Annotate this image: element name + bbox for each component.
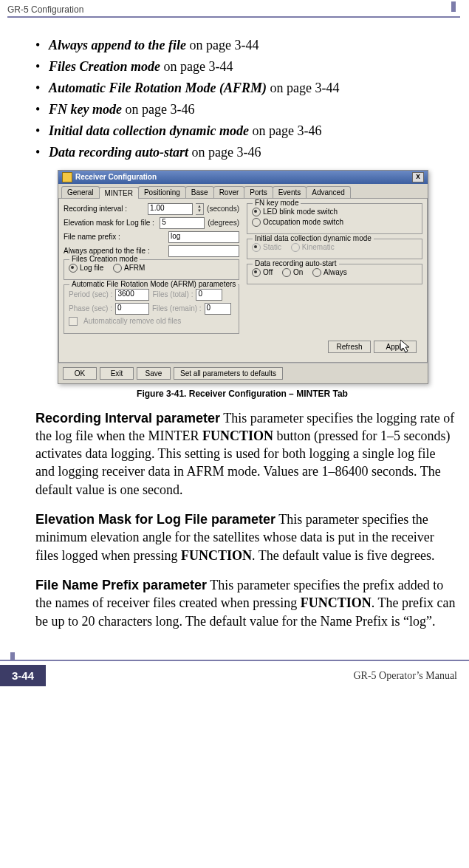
radio-dot-icon bbox=[291, 243, 300, 252]
app-icon bbox=[62, 172, 72, 182]
spinner-icon[interactable]: ▲▼ bbox=[196, 203, 204, 215]
bottom-bar: OK Exit Save Set all parameters to defau… bbox=[58, 363, 428, 383]
list-item: Automatic File Rotation Mode (AFRM) on p… bbox=[35, 78, 456, 98]
bullet-emph: Files Creation mode bbox=[49, 59, 160, 74]
afrm-group: Automatic File Rotation Mode (AFRM) para… bbox=[64, 284, 239, 334]
bullet-list: Always append to the file on page 3-44 F… bbox=[35, 35, 456, 163]
radio-always-label: Always bbox=[323, 268, 347, 276]
radio-static-label: Static bbox=[263, 243, 281, 251]
radio-log-file[interactable]: Log file bbox=[69, 264, 103, 273]
initial-dynamic-title: Initial data collection dynamic mode bbox=[253, 234, 374, 242]
afrm-files-remain-label: Files (remain) : bbox=[152, 304, 202, 312]
always-append-input[interactable] bbox=[168, 245, 239, 257]
afrm-autoremove-checkbox[interactable] bbox=[69, 317, 78, 326]
dialog-window: Receiver Configuration x General MINTER … bbox=[58, 170, 428, 384]
title-bar: Receiver Configuration x bbox=[58, 171, 428, 184]
radio-dot-icon bbox=[252, 208, 261, 216]
bullet-rest: on page 3-44 bbox=[267, 81, 339, 95]
afrm-title: Automatic File Rotation Mode (AFRM) para… bbox=[69, 280, 238, 288]
radio-occupation-label: Occupation mode switch bbox=[263, 218, 343, 226]
radio-off-label: Off bbox=[263, 268, 273, 276]
radio-static[interactable]: Static bbox=[252, 243, 281, 252]
bullet-emph: FN key mode bbox=[49, 102, 122, 117]
tab-minter[interactable]: MINTER bbox=[99, 187, 139, 199]
defaults-button[interactable]: Set all parameters to defaults bbox=[174, 367, 283, 380]
paragraph: Recording Interval parameter This parame… bbox=[35, 409, 456, 499]
inline-bold: FUNCTION bbox=[301, 595, 372, 610]
tab-rover[interactable]: Rover bbox=[213, 186, 245, 198]
afrm-files-total-label: Files (total) : bbox=[152, 290, 193, 298]
file-prefix-label: File name prefix : bbox=[64, 233, 165, 241]
close-button[interactable]: x bbox=[412, 172, 424, 182]
radio-kinematic-label: Kinematic bbox=[302, 243, 335, 251]
files-creation-title: Files Creation mode bbox=[69, 255, 140, 263]
exit-button[interactable]: Exit bbox=[100, 367, 134, 380]
list-item: Files Creation mode on page 3-44 bbox=[35, 57, 456, 76]
radio-afrm-label: AFRM bbox=[124, 264, 145, 272]
afrm-files-total-input[interactable]: 0 bbox=[196, 289, 222, 301]
radio-afrm[interactable]: AFRM bbox=[113, 264, 145, 273]
list-item: Initial data collection dynamic mode on … bbox=[35, 121, 456, 140]
radio-dot-icon bbox=[252, 243, 261, 252]
bullet-rest: on page 3-46 bbox=[188, 145, 261, 160]
fn-key-title: FN key mode bbox=[253, 199, 301, 207]
header-rule bbox=[7, 16, 460, 18]
save-button[interactable]: Save bbox=[137, 367, 171, 380]
radio-always[interactable]: Always bbox=[312, 268, 347, 277]
run-in-heading: Recording Interval parameter bbox=[35, 411, 220, 426]
afrm-files-remain-input[interactable]: 0 bbox=[205, 303, 231, 315]
file-prefix-input[interactable]: log bbox=[168, 231, 239, 243]
radio-dot-icon bbox=[252, 268, 261, 277]
bullet-rest: on page 3-46 bbox=[249, 123, 321, 138]
tab-general[interactable]: General bbox=[61, 186, 100, 198]
recording-interval-unit: (seconds) bbox=[207, 205, 239, 213]
recording-interval-input[interactable]: 1.00 bbox=[148, 203, 193, 215]
fn-key-group: FN key mode LED blink mode switch Occupa… bbox=[247, 203, 422, 234]
elev-mask-label: Elevation mask for Log file : bbox=[64, 219, 157, 227]
footer-tick bbox=[10, 652, 15, 661]
list-item: FN key mode on page 3-46 bbox=[35, 100, 456, 119]
figure-caption: Figure 3-41. Receiver Configuration – MI… bbox=[58, 389, 427, 399]
radio-dot-icon bbox=[282, 268, 291, 277]
afrm-period-label: Period (sec) : bbox=[69, 290, 112, 298]
radio-occupation[interactable]: Occupation mode switch bbox=[252, 218, 343, 227]
radio-led-blink-label: LED blink mode switch bbox=[263, 208, 338, 216]
bullet-emph: Initial data collection dynamic mode bbox=[49, 123, 249, 138]
radio-on[interactable]: On bbox=[282, 268, 303, 277]
inline-bold: FUNCTION bbox=[181, 548, 252, 563]
recording-interval-label: Recording interval : bbox=[64, 205, 145, 213]
bullet-emph: Data recording auto-start bbox=[49, 145, 188, 160]
radio-kinematic[interactable]: Kinematic bbox=[291, 243, 335, 252]
auto-start-title: Data recording auto-start bbox=[253, 259, 339, 267]
run-in-heading: Elevation Mask for Log File parameter bbox=[35, 512, 275, 527]
footer-rule bbox=[0, 660, 469, 661]
tab-advanced[interactable]: Advanced bbox=[306, 186, 350, 198]
refresh-button[interactable]: Refresh bbox=[328, 341, 371, 353]
para-text: . The default value is five degrees. bbox=[252, 548, 435, 563]
tab-base[interactable]: Base bbox=[185, 186, 214, 198]
initial-dynamic-group: Initial data collection dynamic mode Sta… bbox=[247, 239, 422, 259]
run-in-heading: File Name Prefix parameter bbox=[35, 578, 207, 592]
elev-mask-input[interactable]: 5 bbox=[160, 217, 205, 229]
ok-button[interactable]: OK bbox=[63, 367, 97, 380]
afrm-autoremove-label: Automatically remove old files bbox=[83, 317, 181, 325]
radio-dot-icon bbox=[312, 268, 321, 277]
files-creation-group: Files Creation mode Log file AFRM bbox=[64, 259, 239, 280]
manual-title: GR-5 Operator’s Manual bbox=[354, 670, 458, 682]
auto-start-group: Data recording auto-start Off On Always bbox=[247, 264, 422, 284]
afrm-period-input[interactable]: 3600 bbox=[115, 289, 149, 301]
afrm-phase-input[interactable]: 0 bbox=[115, 303, 149, 315]
bullet-rest: on page 3-44 bbox=[186, 38, 259, 52]
radio-dot-icon bbox=[113, 264, 122, 273]
elev-mask-unit: (degrees) bbox=[208, 219, 239, 227]
bullet-emph: Automatic File Rotation Mode (AFRM) bbox=[49, 81, 267, 95]
radio-off[interactable]: Off bbox=[252, 268, 273, 277]
tab-positioning[interactable]: Positioning bbox=[138, 186, 186, 198]
tab-strip: General MINTER Positioning Base Rover Po… bbox=[58, 184, 428, 198]
tab-ports[interactable]: Ports bbox=[244, 186, 273, 198]
page-footer: 3-44 GR-5 Operator’s Manual bbox=[0, 660, 469, 686]
apply-button[interactable]: Apply bbox=[374, 341, 417, 353]
tab-events[interactable]: Events bbox=[273, 186, 307, 198]
inline-bold: FUNCTION bbox=[202, 428, 273, 443]
radio-led-blink[interactable]: LED blink mode switch bbox=[252, 208, 338, 216]
